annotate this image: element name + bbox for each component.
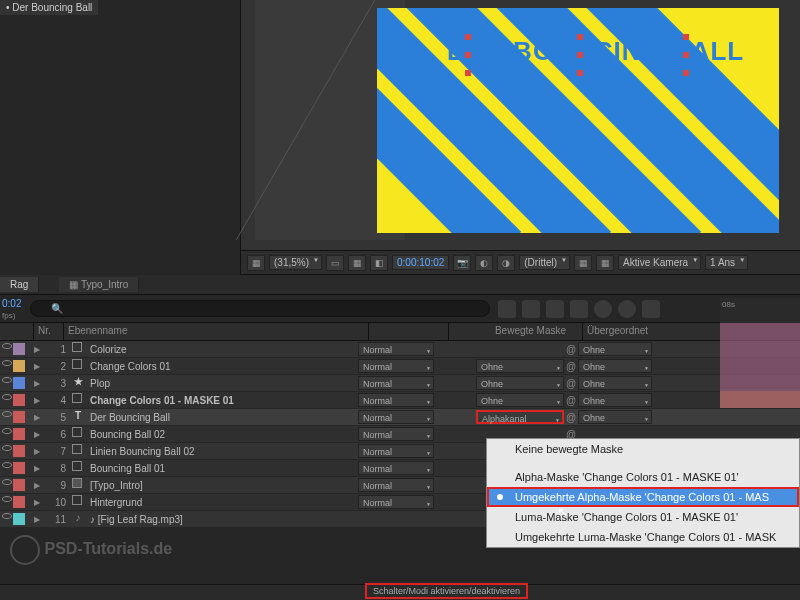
layer-name[interactable]: Der Bouncing Ball <box>88 412 358 423</box>
layer-row[interactable]: ▶2Change Colors 01NormalOhne@Ohne <box>0 358 800 375</box>
layer-name[interactable]: Colorize <box>88 344 358 355</box>
expand-icon[interactable]: ▶ <box>34 362 42 371</box>
expand-icon[interactable]: ▶ <box>34 413 42 422</box>
layer-name[interactable]: [Typo_Intro] <box>88 480 358 491</box>
visibility-toggle[interactable] <box>2 462 12 468</box>
trkmat-dropdown[interactable]: Ohne <box>476 359 564 373</box>
pickwhip-icon[interactable]: @ <box>564 395 578 406</box>
blend-mode-dropdown[interactable]: Normal <box>358 495 434 509</box>
label-color[interactable] <box>13 479 25 491</box>
layer-name[interactable]: Hintergrund <box>88 497 358 508</box>
dropdown-item-alpha[interactable]: Alpha-Maske 'Change Colors 01 - MASKE 01… <box>487 467 799 487</box>
camera-dropdown[interactable]: Aktive Kamera <box>618 255 701 270</box>
toggle-a-icon[interactable] <box>498 300 516 318</box>
layer-row[interactable]: ▶1ColorizeNormal@Ohne <box>0 341 800 358</box>
pickwhip-icon[interactable]: @ <box>564 378 578 389</box>
blend-mode-dropdown[interactable]: Normal <box>358 376 434 390</box>
layer-row[interactable]: ▶4Change Colors 01 - MASKE 01NormalOhne@… <box>0 392 800 409</box>
visibility-toggle[interactable] <box>2 360 12 366</box>
dropdown-item-luma[interactable]: Luma-Maske 'Change Colors 01 - MASKE 01' <box>487 507 799 527</box>
blend-mode-dropdown[interactable]: Normal <box>358 410 434 424</box>
search-input[interactable] <box>30 300 490 317</box>
label-color[interactable] <box>13 343 25 355</box>
transparency-icon[interactable]: ▦ <box>574 255 592 271</box>
expand-icon[interactable]: ▶ <box>34 464 42 473</box>
tab-rag[interactable]: Rag <box>0 277 39 292</box>
blend-mode-dropdown[interactable]: Normal <box>358 427 434 441</box>
3d-icon[interactable]: ▦ <box>596 255 614 271</box>
parent-dropdown[interactable]: Ohne <box>578 410 652 424</box>
layer-name[interactable]: Bouncing Ball 02 <box>88 429 358 440</box>
parent-dropdown[interactable]: Ohne <box>578 376 652 390</box>
views-dropdown[interactable]: 1 Ans <box>705 255 748 270</box>
pickwhip-icon[interactable]: @ <box>564 344 578 355</box>
trkmat-dropdown-menu[interactable]: Keine bewegte Maske Alpha-Maske 'Change … <box>486 438 800 548</box>
grid-icon[interactable]: ▦ <box>247 255 265 271</box>
blend-mode-dropdown[interactable]: Normal <box>358 478 434 492</box>
brain-icon[interactable] <box>594 300 612 318</box>
visibility-toggle[interactable] <box>2 496 12 502</box>
layer-name[interactable]: Linien Bouncing Ball 02 <box>88 446 358 457</box>
expand-icon[interactable]: ▶ <box>34 498 42 507</box>
layer-name[interactable]: ♪ [Fig Leaf Rag.mp3] <box>88 514 358 525</box>
trkmat-dropdown[interactable]: Ohne <box>476 393 564 407</box>
layer-name[interactable]: Change Colors 01 <box>88 361 358 372</box>
layer-name[interactable]: Change Colors 01 - MASKE 01 <box>88 395 358 406</box>
layer-name[interactable]: Plop <box>88 378 358 389</box>
expand-icon[interactable]: ▶ <box>34 379 42 388</box>
snapshot-icon[interactable]: 📷 <box>453 255 471 271</box>
dropdown-item-alpha-inverted[interactable]: Umgekehrte Alpha-Maske 'Change Colors 01… <box>487 487 799 507</box>
expand-icon[interactable]: ▶ <box>34 396 42 405</box>
visibility-toggle[interactable] <box>2 411 12 417</box>
visibility-toggle[interactable] <box>2 479 12 485</box>
dropdown-item-luma-inverted[interactable]: Umgekehrte Luma-Maske 'Change Colors 01 … <box>487 527 799 547</box>
blend-mode-dropdown[interactable]: Normal <box>358 359 434 373</box>
time-ruler[interactable]: 08s <box>720 298 800 323</box>
visibility-toggle[interactable] <box>2 343 12 349</box>
layer-row[interactable]: ▶5TDer Bouncing BallNormalAlphakanal@Ohn… <box>0 409 800 426</box>
toggle-switches-button[interactable]: Schalter/Modi aktivieren/deaktivieren <box>365 583 528 599</box>
layer-search[interactable] <box>30 300 490 317</box>
label-color[interactable] <box>13 428 25 440</box>
label-color[interactable] <box>13 377 25 389</box>
graph-icon[interactable] <box>618 300 636 318</box>
blend-mode-dropdown[interactable]: Normal <box>358 444 434 458</box>
blend-mode-dropdown[interactable]: Normal <box>358 342 434 356</box>
motion-blur-icon[interactable] <box>570 300 588 318</box>
shy-icon[interactable] <box>522 300 540 318</box>
parent-dropdown[interactable]: Ohne <box>578 342 652 356</box>
channel-icon[interactable]: ▦ <box>348 255 366 271</box>
show-icon[interactable]: ◐ <box>475 255 493 271</box>
toggle-b-icon[interactable] <box>642 300 660 318</box>
canvas-text[interactable]: DER BOUNCING BALL <box>447 36 744 67</box>
composition-canvas[interactable]: DER BOUNCING BALL <box>377 8 779 233</box>
blend-mode-dropdown[interactable]: Normal <box>358 461 434 475</box>
tab-typo-intro[interactable]: ▦ Typo_Intro <box>59 277 139 292</box>
visibility-toggle[interactable] <box>2 377 12 383</box>
timecode[interactable]: 0:00:10:02 <box>392 255 449 270</box>
expand-icon[interactable]: ▶ <box>34 481 42 490</box>
zoom-dropdown[interactable]: (31,5%) <box>269 255 322 270</box>
label-color[interactable] <box>13 394 25 406</box>
mask-icon[interactable]: ◧ <box>370 255 388 271</box>
expand-icon[interactable]: ▶ <box>34 345 42 354</box>
res-icon[interactable]: ▭ <box>326 255 344 271</box>
expand-icon[interactable]: ▶ <box>34 515 42 524</box>
label-color[interactable] <box>13 445 25 457</box>
visibility-toggle[interactable] <box>2 394 12 400</box>
label-color[interactable] <box>13 513 25 525</box>
parent-dropdown[interactable]: Ohne <box>578 393 652 407</box>
pickwhip-icon[interactable]: @ <box>564 361 578 372</box>
layer-name[interactable]: Bouncing Ball 01 <box>88 463 358 474</box>
expand-icon[interactable]: ▶ <box>34 447 42 456</box>
layer-row[interactable]: ▶3★PlopNormalOhne@Ohne <box>0 375 800 392</box>
label-color[interactable] <box>13 462 25 474</box>
visibility-toggle[interactable] <box>2 513 12 519</box>
trkmat-dropdown[interactable]: Ohne <box>476 376 564 390</box>
comp-tab[interactable]: • Der Bouncing Ball <box>0 0 98 15</box>
trkmat-dropdown[interactable]: Alphakanal <box>476 410 564 424</box>
expand-icon[interactable]: ▶ <box>34 430 42 439</box>
pickwhip-icon[interactable]: @ <box>564 412 578 423</box>
current-time[interactable]: 0:02fps) <box>0 296 30 322</box>
label-color[interactable] <box>13 411 25 423</box>
